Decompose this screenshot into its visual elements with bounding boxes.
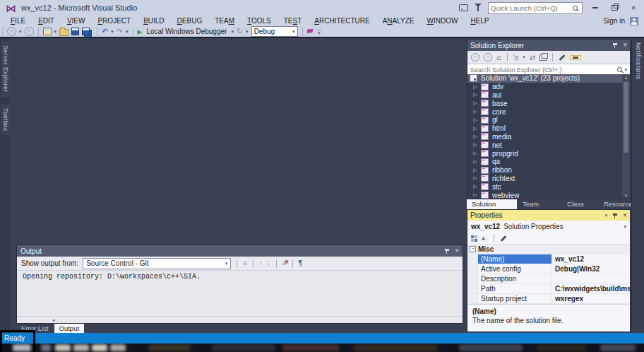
- preview-selected-items-toggle[interactable]: [570, 55, 581, 60]
- quick-launch-input[interactable]: [489, 4, 573, 12]
- word-wrap-icon[interactable]: ¶: [299, 260, 302, 267]
- solution-configurations-combo[interactable]: Debug ▾: [251, 26, 298, 37]
- solution-explorer-title-bar[interactable]: Solution Explorer ▾ ×: [467, 40, 630, 51]
- categorized-icon[interactable]: [471, 235, 477, 242]
- redo-dropdown-icon[interactable]: ▾: [126, 29, 129, 35]
- navigate-back-icon[interactable]: ‹: [7, 27, 16, 36]
- menu-item-analyze[interactable]: ANALYZE: [376, 16, 421, 26]
- expander-icon[interactable]: ▷: [472, 159, 479, 165]
- menu-item-project[interactable]: PROJECT: [91, 16, 137, 26]
- debugger-label[interactable]: Local Windows Debugger: [145, 28, 228, 35]
- close-icon[interactable]: ×: [623, 42, 627, 49]
- se-back-icon[interactable]: ‹: [471, 53, 479, 61]
- scrollbar-thumb[interactable]: [624, 82, 628, 153]
- output-title-bar[interactable]: Output ▾ ×: [17, 245, 463, 257]
- menu-item-team[interactable]: TEAM: [208, 16, 241, 26]
- expander-icon[interactable]: ▷: [472, 126, 479, 131]
- project-row-gl[interactable]: ▷gl: [467, 116, 622, 124]
- alphabetical-sort-icon[interactable]: A↓: [482, 236, 488, 241]
- debugger-dropdown-icon[interactable]: ▾: [231, 29, 234, 35]
- back-dropdown-icon[interactable]: ▾: [19, 29, 22, 35]
- property-row-startup-project[interactable]: Startup projectwxregex: [467, 294, 630, 304]
- project-row-qa[interactable]: ▷qa: [467, 158, 622, 166]
- open-file-icon[interactable]: [59, 29, 68, 36]
- expander-icon[interactable]: ▷: [472, 175, 479, 181]
- property-row-path[interactable]: PathC:\wxwidgets\build\msw\wx_v: [467, 284, 630, 294]
- scroll-down-icon[interactable]: ▾: [625, 192, 628, 199]
- collapse-all-icon[interactable]: [539, 54, 547, 61]
- tab-solution-explorer[interactable]: Solution Explorer: [467, 199, 517, 209]
- output-horizontal-scrollbar[interactable]: ◂: [17, 316, 463, 323]
- expander-icon[interactable]: ▷: [472, 142, 479, 148]
- tab-output[interactable]: Output: [54, 324, 85, 333]
- project-row-base[interactable]: ▷base: [467, 99, 622, 107]
- menu-item-view[interactable]: VIEW: [61, 16, 92, 26]
- expander-icon[interactable]: ▷: [472, 168, 479, 173]
- notifications-tab[interactable]: Notifications: [632, 38, 642, 80]
- project-row-ribbon[interactable]: ▷ribbon: [467, 166, 622, 175]
- undo-dropdown-icon[interactable]: ▾: [111, 29, 114, 35]
- quick-launch-box[interactable]: [488, 2, 583, 14]
- project-row-webview[interactable]: ▷webview: [467, 191, 622, 199]
- properties-title-bar[interactable]: Properties ▾ ×: [467, 210, 630, 221]
- property-row-description[interactable]: Description: [467, 274, 630, 284]
- scroll-up-icon[interactable]: ▴: [625, 74, 628, 81]
- filter-icon[interactable]: [475, 4, 482, 11]
- save-icon[interactable]: [71, 28, 79, 35]
- save-all-icon[interactable]: [82, 28, 90, 35]
- window-position-icon[interactable]: ▾: [605, 42, 608, 48]
- property-row-active-config[interactable]: Active configDebug|Win32: [467, 264, 630, 274]
- filter-dropdown-icon[interactable]: ▾: [523, 54, 525, 60]
- se-forward-icon[interactable]: ›: [484, 53, 492, 61]
- tree-vertical-scrollbar[interactable]: ▴ ▾: [622, 74, 630, 199]
- search-dropdown-icon[interactable]: ▾: [624, 67, 627, 73]
- pin-icon[interactable]: [612, 42, 618, 48]
- solution-search-input[interactable]: [467, 66, 617, 74]
- menu-item-debug[interactable]: DEBUG: [171, 16, 209, 26]
- menu-item-edit[interactable]: EDIT: [32, 16, 61, 26]
- object-dropdown-icon[interactable]: ▾: [624, 224, 626, 230]
- sync-active-document-icon[interactable]: ⇄: [530, 54, 535, 61]
- project-row-core[interactable]: ▷core: [467, 107, 622, 116]
- user-avatar-icon[interactable]: [630, 17, 638, 25]
- menu-item-architecture[interactable]: ARCHITECTURE: [308, 16, 376, 26]
- expander-icon[interactable]: ▷: [472, 84, 479, 90]
- menu-item-file[interactable]: FILE: [4, 16, 32, 26]
- pin-icon[interactable]: [612, 213, 618, 218]
- close-icon[interactable]: ×: [623, 212, 627, 219]
- collapse-category-icon[interactable]: −: [470, 246, 476, 252]
- window-position-icon[interactable]: ▾: [605, 213, 608, 218]
- feedback-icon[interactable]: [459, 4, 468, 11]
- sign-in-link[interactable]: Sign in: [603, 17, 625, 25]
- project-row-media[interactable]: ▷media: [467, 133, 622, 141]
- project-row-richtext[interactable]: ▷richtext: [467, 175, 622, 183]
- menu-item-test[interactable]: TEST: [278, 16, 309, 26]
- refresh-icon[interactable]: ↻: [237, 27, 243, 36]
- side-tab-toolbox[interactable]: Toolbox: [1, 104, 10, 136]
- side-tab-server-explorer[interactable]: Server Explorer: [1, 41, 10, 97]
- tab-team-explorer[interactable]: Team Explorer: [518, 199, 561, 209]
- category-row-misc[interactable]: − Misc: [467, 245, 630, 254]
- property-pages-icon[interactable]: [500, 235, 506, 241]
- expander-icon[interactable]: ▷: [472, 109, 479, 115]
- expander-icon[interactable]: ▷: [472, 134, 479, 139]
- minimize-button[interactable]: [589, 3, 602, 13]
- flag-icon[interactable]: [307, 29, 314, 35]
- project-row-html[interactable]: ▷html: [467, 124, 622, 133]
- previous-message-icon[interactable]: ↑: [259, 260, 263, 267]
- find-message-icon[interactable]: ≡: [243, 260, 247, 267]
- expander-icon[interactable]: ▷: [472, 117, 479, 123]
- new-dropdown-icon[interactable]: ▾: [54, 29, 57, 35]
- properties-object-selector[interactable]: wx_vc12 Solution Properties ▾: [467, 221, 630, 233]
- start-debug-icon[interactable]: ▶: [138, 28, 143, 35]
- project-row-stc[interactable]: ▷stc: [467, 182, 622, 191]
- clear-all-icon[interactable]: ≡: [282, 260, 287, 267]
- close-icon[interactable]: ×: [455, 247, 459, 254]
- next-message-icon[interactable]: ↓: [267, 260, 270, 267]
- toolbar-overflow-icon[interactable]: ─▾: [318, 30, 321, 34]
- expander-icon[interactable]: ▷: [472, 100, 479, 106]
- expander-icon[interactable]: ▷: [472, 184, 479, 189]
- toolbar-grip[interactable]: [2, 28, 4, 35]
- scroll-left-icon[interactable]: ◂: [52, 317, 55, 323]
- menu-item-build[interactable]: BUILD: [137, 16, 170, 26]
